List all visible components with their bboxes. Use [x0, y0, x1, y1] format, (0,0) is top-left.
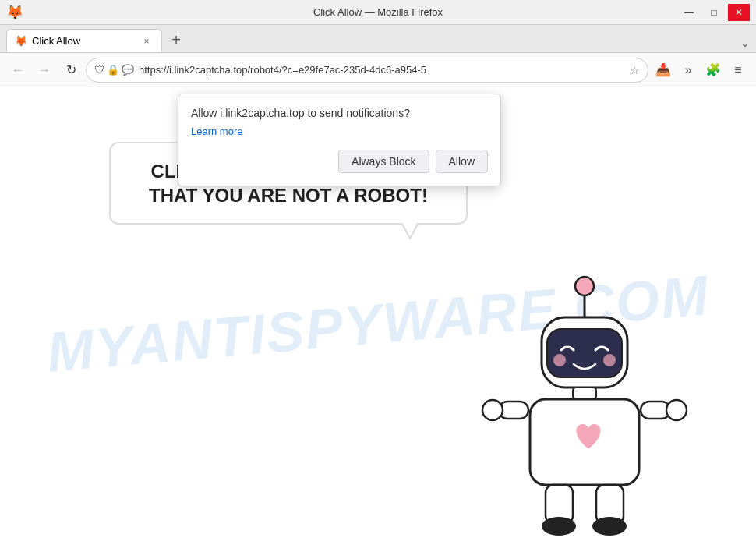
close-button[interactable]: ✕ [728, 4, 750, 21]
window-controls: — □ ✕ [678, 4, 750, 21]
tabbar: 🦊 Click Allow × + ⌄ [0, 25, 756, 53]
browser-tab[interactable]: 🦊 Click Allow × [6, 29, 162, 52]
url-bar[interactable]: 🛡 🔒 💬 https://i.link2captcha.top/robot4/… [86, 58, 648, 83]
bookmark-star-icon[interactable]: ☆ [630, 64, 640, 76]
titlebar-left: 🦊 [6, 4, 23, 21]
minimize-button[interactable]: — [678, 4, 700, 21]
tab-label: Click Allow [32, 35, 80, 47]
svg-point-11 [666, 400, 687, 420]
url-security-icons: 🛡 🔒 💬 [94, 64, 134, 76]
navbar: ← → ↻ 🛡 🔒 💬 https://i.link2captcha.top/r… [0, 53, 756, 87]
menu-button[interactable]: ≡ [726, 58, 750, 82]
back-button[interactable]: ← [6, 58, 30, 82]
extensions-button[interactable]: 🧩 [701, 58, 725, 82]
firefox-icon: 🦊 [6, 4, 23, 21]
always-block-button[interactable]: Always Block [338, 150, 429, 173]
popup-buttons: Always Block Allow [191, 150, 488, 173]
notification-icon: 💬 [122, 64, 134, 76]
popup-title: Allow i.link2captcha.top to send notific… [191, 107, 488, 119]
tab-expand-button[interactable]: ⌄ [740, 37, 750, 49]
refresh-button[interactable]: ↻ [59, 58, 83, 82]
svg-point-5 [603, 354, 616, 366]
svg-point-4 [553, 354, 566, 366]
shield-icon: 🛡 [94, 64, 104, 76]
svg-point-15 [592, 517, 627, 536]
learn-more-link[interactable]: Learn more [191, 126, 488, 137]
more-tools-button[interactable]: » [677, 58, 700, 82]
pocket-button[interactable]: 📥 [652, 58, 675, 82]
svg-rect-6 [573, 387, 596, 399]
lock-icon: 🔒 [107, 64, 119, 76]
svg-rect-3 [547, 329, 622, 377]
titlebar-title: Click Allow — Mozilla Firefox [313, 6, 443, 18]
nav-right-icons: 📥 » 🧩 ≡ [652, 58, 750, 82]
new-tab-button[interactable]: + [165, 29, 187, 51]
titlebar: 🦊 Click Allow — Mozilla Firefox — □ ✕ [0, 0, 756, 25]
browser-content: Allow i.link2captcha.top to send notific… [0, 87, 756, 559]
forward-button[interactable]: → [33, 58, 56, 82]
url-text: https://i.link2captcha.top/robot4/?c=e29… [139, 64, 625, 76]
robot-illustration [475, 263, 694, 559]
svg-point-0 [575, 277, 594, 295]
notification-popup: Allow i.link2captcha.top to send notific… [178, 94, 501, 186]
tab-close-button[interactable]: × [140, 34, 154, 48]
svg-point-13 [542, 517, 576, 536]
allow-button[interactable]: Allow [436, 150, 488, 173]
tab-icon: 🦊 [15, 35, 27, 47]
svg-point-9 [482, 400, 503, 420]
maximize-button[interactable]: □ [703, 4, 725, 21]
